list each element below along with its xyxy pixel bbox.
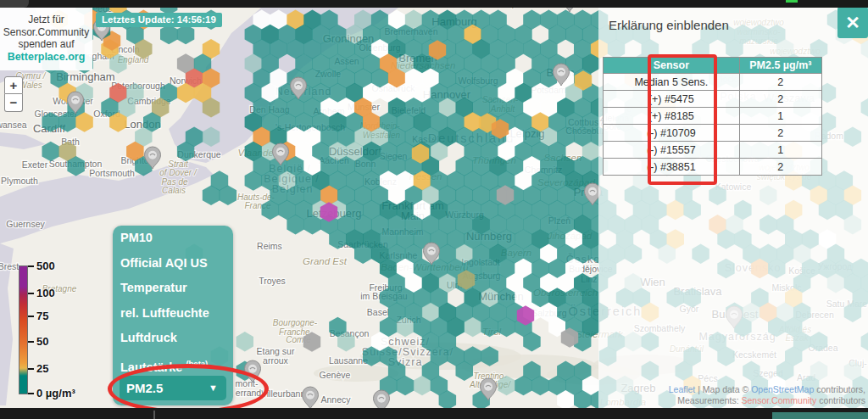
map-label: Portsmouth [89,168,135,178]
legend-gradient-bar [19,265,28,394]
attribution-text: contributors, [814,384,865,394]
top-chrome-bar [0,0,868,8]
map-label: Exeter [22,159,48,170]
color-scale-legend: 5001007550250 µg/m³ [0,259,102,408]
sensor-community-link[interactable]: Sensor.Community [742,395,817,405]
map-label: Guernsey [6,219,45,229]
openstreetmap-link[interactable]: OpenStreetMap [751,384,814,394]
annotation-rect-sensor-column [648,54,717,185]
table-cell: 1 [739,108,821,125]
pin-face [427,247,436,255]
legend-tick [28,368,34,370]
pin-face [148,151,157,159]
leaflet-link[interactable]: Leaflet [669,384,696,394]
pin-face [294,81,303,90]
map-attribution: Leaflet | Map data © OpenStreetMap contr… [669,384,865,406]
pin-face [276,148,285,156]
attribution-line1: Leaflet | Map data © OpenStreetMap contr… [669,384,865,395]
pin-face [306,391,314,399]
legend-tick-label: 100 [36,287,55,299]
attribution-text: Measurements: [677,395,741,405]
donation-box: Jetzt für Sensor.Community spenden auf B… [0,8,92,70]
layer-item-temperatur[interactable]: Temperatur [113,276,233,301]
legend-tick-label: 50 [36,335,48,348]
map-label: Troyes [259,276,286,286]
layer-item-rel-luftfeuchte[interactable]: rel. Luftfeuchte [113,301,233,327]
explanation-toggle[interactable]: Erklärung einblenden [609,18,729,32]
betterplace-link[interactable]: Betterplace.org [8,51,86,63]
table-header-cell: PM2.5 µg/m³ [739,58,821,74]
layer-item-luftdruck[interactable]: Luftdruck [113,326,233,351]
map-label: Annecy [320,394,351,405]
table-cell: 2 [739,125,821,142]
pin-face [71,96,80,104]
table-cell: 2 [739,159,821,176]
legend-tick [28,293,34,294]
pin-face [377,394,386,403]
layer-item-pm10[interactable]: PM10 [113,226,233,251]
legend-tick-label: 75 [36,310,48,322]
map-label: Swansea [0,120,27,130]
pin-face [588,187,597,196]
zoom-control: + − [4,76,23,112]
map-label: of Dover / [159,168,198,177]
pin-face [557,68,565,76]
annotation-ellipse-pm25 [108,364,269,414]
close-icon[interactable]: ✕ [837,7,868,38]
legend-tick-label: 500 [36,260,55,272]
pin-face [484,383,492,391]
sensor-community-map-app: LeedsHullLiverpoolLincolnNottinghamEngla… [0,0,868,419]
map-label: arroux [263,355,289,366]
legend-tick-label: 25 [36,362,48,375]
pin-face [248,365,257,373]
map-label: Grand Est [303,256,348,266]
table-cell: 2 [739,74,821,91]
top-bar-tab [0,0,29,8]
loading-indicator [786,0,798,3]
teal-ui-fragment [772,412,868,419]
attribution-text: contributors [816,395,865,405]
legend-tick [28,393,34,394]
bottom-chrome-bar [0,408,868,419]
map-label: Basel [367,307,389,317]
map-label: Reims [257,241,282,251]
layer-item-official-aqi-us[interactable]: Official AQI US [113,251,233,277]
donation-line: Jetzt für [0,14,92,26]
table-cell: 1 [739,142,821,159]
map-label: Genève [320,370,351,380]
attribution-text: | Map data © [695,384,751,394]
map-label: Bourgogne- [273,318,318,327]
zoom-out-button[interactable]: − [4,94,23,112]
donation-line: Sensor.Community [0,26,92,39]
map-label: Plymouth [1,176,38,186]
legend-tick [28,341,34,343]
attribution-line2: Measurements: Sensor.Community contribut… [669,395,865,406]
map-label: Calais [162,186,186,195]
legend-tick [28,316,34,317]
legend-tick [28,265,34,267]
last-update-badge: Letztes Update: 14:56:19 [96,13,222,27]
legend-tick-label: 0 µg/m³ [36,387,75,399]
table-cell: 2 [739,91,821,108]
donation-line: spenden auf [0,38,92,51]
zoom-in-button[interactable]: + [4,76,23,94]
bottom-bar-divider [153,411,155,419]
